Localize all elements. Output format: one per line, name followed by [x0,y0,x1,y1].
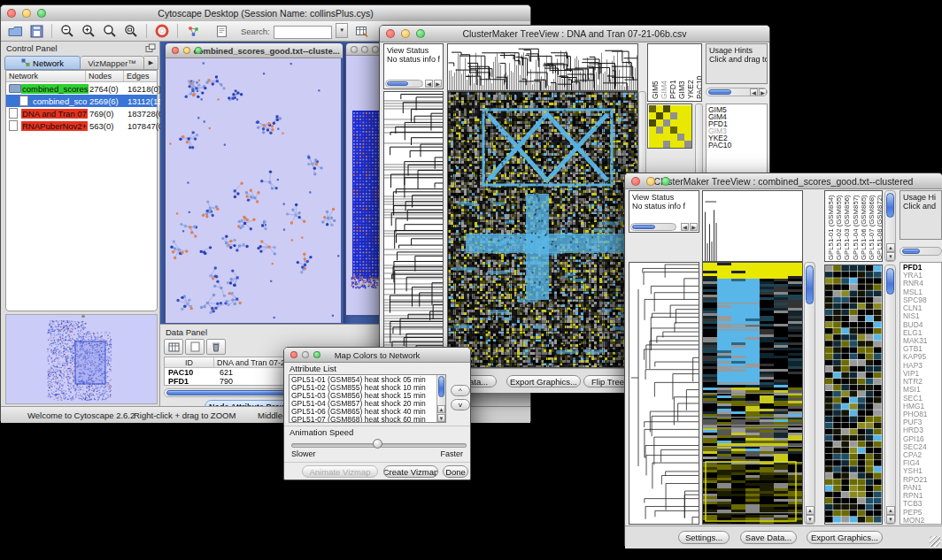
tab-vizmapper[interactable]: VizMapper™ [81,56,144,70]
scroll-down-icon[interactable]: ▼ [886,515,895,524]
treeview2-heatmap-vscrollbar[interactable]: ▲ ▼ [804,262,815,525]
settings-button[interactable]: Settings... [678,531,730,544]
resize-grip[interactable] [930,536,940,547]
attribute-list[interactable]: GPL51-01 (GSM854) heat shock 05 minGPL51… [289,374,446,423]
minimize-button[interactable] [646,177,655,186]
minimize-button[interactable] [22,9,31,18]
zoom-heatmap-canvas[interactable] [825,265,882,524]
select-attributes-icon[interactable] [164,339,183,355]
close-button[interactable] [351,46,358,53]
treeview2-row-dendrogram[interactable] [629,262,699,525]
close-button[interactable] [172,47,179,54]
heatmap-canvas[interactable] [703,263,802,524]
zoom-button[interactable] [416,29,425,38]
treeview1-heatmap[interactable] [447,91,638,368]
scroll-left-icon[interactable]: ◀ [681,223,689,231]
save-data-button[interactable]: Save Data... [740,531,797,544]
hscroll-thumb[interactable] [708,89,731,95]
heatmap-canvas[interactable] [448,92,637,367]
treeview2-heatmap[interactable] [702,262,803,525]
export-graphics-button[interactable]: Export Graphics... [506,375,581,387]
network-canvas[interactable] [166,58,341,323]
treeview1-row-dendrogram[interactable] [383,91,444,368]
hscroll-thumb[interactable] [632,225,655,229]
usage-hints-hscrollbar[interactable]: ◀ ▶ [706,88,768,96]
birdseye-canvas[interactable] [6,315,157,403]
scroll-down-icon[interactable]: ▼ [437,414,445,422]
network-list-row[interactable]: combined_scores2764(0)16218(0) [6,82,157,95]
scroll-left-icon[interactable]: ◀ [750,88,758,96]
network-node-icon[interactable] [184,23,202,40]
hscroll-thumb[interactable] [387,81,408,86]
zoom-fit-icon[interactable] [122,23,140,40]
help-ring-icon[interactable] [153,23,171,40]
scroll-up-icon[interactable]: ▲ [437,405,445,413]
birdseye-drag-handle[interactable] [81,315,85,318]
speed-slider-knob[interactable] [373,439,382,449]
scroll-down-icon[interactable]: ▼ [886,252,895,261]
export-graphics-button[interactable]: Export Graphics... [807,531,883,544]
column-header-nodes[interactable]: Nodes [86,71,124,81]
column-labels-vscrollbar[interactable]: ▲ ▼ [884,190,896,262]
network-list-row[interactable]: RNAPuberNov2+563(0)107847(0) [6,119,157,132]
row-dendrogram-canvas[interactable] [384,92,443,367]
annotation-icon[interactable] [212,23,230,40]
search-dropdown-arrow-icon[interactable]: ▼ [336,23,348,38]
zoom-button[interactable] [372,46,379,53]
attribute-list-vscrollbar[interactable]: ▲ ▼ [436,375,445,422]
scroll-down-icon[interactable]: ▼ [806,515,815,524]
search-combobox[interactable]: ▼ [274,23,348,40]
close-button[interactable] [631,177,640,186]
view-status-hscrollbar[interactable] [385,80,423,88]
minimize-button[interactable] [401,29,410,38]
view-status-hscrollbar[interactable] [630,223,676,231]
network-view-titlebar[interactable]: combined_scores_good.txt--cluste... [166,43,343,58]
main-titlebar[interactable]: Cytoscape Desktop (Session Name: collins… [1,5,530,22]
move-down-button[interactable]: v [451,399,470,410]
scroll-up-icon[interactable]: ▲ [886,243,895,252]
vscroll-thumb[interactable] [886,193,894,218]
network-list-row[interactable]: combined_sco2569(6)13112(15) [6,95,157,107]
column-dendrogram-canvas[interactable] [703,191,802,261]
scroll-up-icon[interactable]: ▲ [886,506,895,515]
treeview2-column-dendrogram[interactable] [702,190,803,262]
attribute-table-icon[interactable] [353,23,371,40]
tab-overflow-button[interactable]: ▶ [144,56,158,70]
id-column-header[interactable]: ID [165,357,214,367]
birdseye-view[interactable] [5,314,158,404]
dialog-titlebar[interactable]: Map Colors to Network [284,348,470,363]
treeview2-titlebar[interactable]: ClusterMaker TreeView : combined_scores_… [625,173,942,189]
save-session-icon[interactable] [27,23,45,40]
minimize-button[interactable] [302,351,309,358]
usage-hints-hscrollbar[interactable] [900,247,942,256]
vscroll-thumb[interactable] [886,268,894,295]
float-panel-icon[interactable] [145,43,156,55]
row-dendrogram-canvas[interactable] [629,263,699,524]
animate-vizmap-button[interactable]: Animate Vizmap [302,465,378,478]
treeview2-zoom-heatmap[interactable] [824,265,883,525]
vscroll-thumb[interactable] [438,376,444,397]
column-header-network[interactable]: Network [6,71,86,81]
done-button[interactable]: Done [443,465,468,478]
open-session-icon[interactable] [6,23,24,40]
delete-attribute-icon[interactable] [206,339,226,355]
close-button[interactable] [290,351,297,358]
tab-network[interactable]: Network [4,56,81,70]
move-up-button[interactable]: ^ [451,385,470,396]
zoom-selected-icon[interactable] [101,23,119,40]
column-header-edges[interactable]: Edges [124,71,157,81]
scroll-right-icon[interactable]: ▶ [759,88,767,96]
network-list-row[interactable]: DNA and Tran 07769(0)183728(0) [6,107,157,119]
treeview1-titlebar[interactable]: ClusterMaker TreeView : DNA and Tran 07-… [380,26,769,42]
close-button[interactable] [386,29,395,38]
scroll-left-icon[interactable]: ◀ [425,80,433,88]
scroll-right-icon[interactable]: ▶ [434,80,442,88]
scroll-right-icon[interactable]: ▶ [690,223,698,231]
hscroll-thumb[interactable] [902,249,920,254]
zoom-button[interactable] [37,9,46,18]
scroll-up-icon[interactable]: ▲ [806,506,815,515]
zoom-out-icon[interactable] [58,23,76,40]
search-input[interactable] [274,26,332,39]
zoom-button[interactable] [195,47,202,54]
treeview1-column-dendrogram[interactable] [447,43,638,91]
